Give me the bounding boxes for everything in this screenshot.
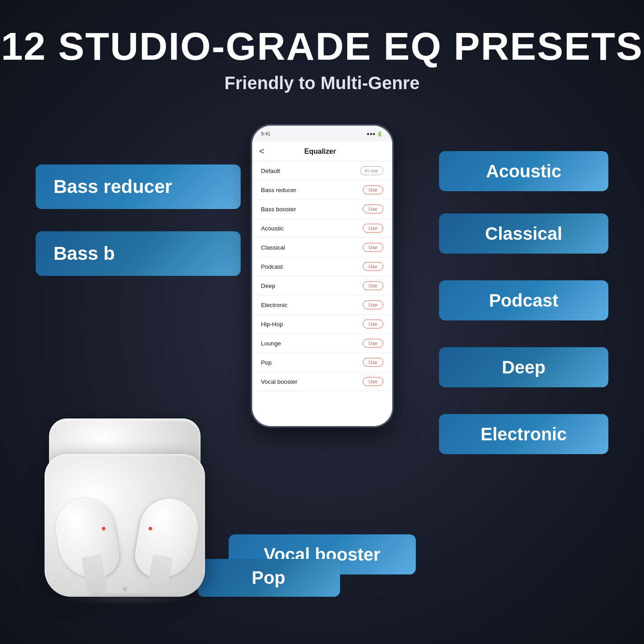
eq-item: PodcastUse — [252, 257, 392, 276]
earbud-left-stem — [81, 554, 108, 597]
label-acoustic: Acoustic — [439, 151, 608, 191]
case-body — [45, 454, 205, 597]
eq-item-name: Deep — [261, 283, 275, 289]
label-electronic: Electronic — [439, 414, 608, 454]
eq-item-name: Acoustic — [261, 225, 284, 232]
eq-list: DefaultIn useBass reducerUseBass booster… — [252, 161, 392, 426]
earbud-left — [51, 494, 122, 583]
earbud-right-stem — [146, 554, 173, 597]
eq-use-button[interactable]: Use — [363, 224, 383, 233]
earbud-left-dot — [102, 526, 106, 530]
earbud-right-dot — [148, 526, 152, 530]
page-title: 12 STUDIO-GRADE EQ PRESETS — [0, 27, 644, 66]
back-button[interactable]: < — [259, 146, 265, 156]
label-bass-reducer: Bass reducer — [36, 164, 241, 209]
label-pop: Pop — [197, 559, 340, 597]
screen-title: Equalizer — [269, 148, 371, 156]
eq-item: DeepUse — [252, 276, 392, 295]
eq-use-button[interactable]: Use — [363, 358, 383, 367]
eq-item-name: Hip-Hop — [261, 321, 283, 328]
eq-use-button[interactable]: Use — [363, 243, 383, 252]
page-subtitle: Friendly to Multi-Genre — [0, 73, 644, 93]
eq-item: ClassicalUse — [252, 238, 392, 257]
eq-item-name: Lounge — [261, 340, 281, 347]
eq-item: DefaultIn use — [252, 161, 392, 180]
eq-item-name: Bass reducer — [261, 187, 297, 193]
label-podcast: Podcast — [439, 280, 608, 320]
eq-use-button[interactable]: Use — [363, 281, 383, 290]
eq-item-name: Bass booster — [261, 206, 296, 213]
earbud-right — [131, 494, 202, 583]
eq-item-name: Pop — [261, 359, 272, 366]
eq-item: ElectronicUse — [252, 295, 392, 315]
page-header: 12 STUDIO-GRADE EQ PRESETS Friendly to M… — [0, 0, 644, 107]
label-deep: Deep — [439, 347, 608, 387]
label-bass-booster: Bass b — [36, 231, 241, 276]
eq-item-name: Podcast — [261, 263, 283, 270]
eq-use-button[interactable]: Use — [363, 300, 383, 309]
eq-item-name: Electronic — [261, 302, 287, 308]
label-classical: Classical — [439, 213, 608, 254]
eq-use-button[interactable]: Use — [363, 205, 383, 213]
eq-item: LoungeUse — [252, 334, 392, 353]
app-screen: < Equalizer DefaultIn useBass reducerUse… — [252, 142, 392, 426]
eq-item-name: Classical — [261, 244, 285, 251]
eq-item-name: Default — [261, 168, 280, 174]
eq-item: PopUse — [252, 353, 392, 372]
eq-use-button[interactable]: In use — [360, 166, 383, 175]
eq-item: Bass boosterUse — [252, 200, 392, 219]
phone-screen: 9:41 ●●● 🔋 < Equalizer DefaultIn useBass… — [252, 126, 392, 426]
eq-use-button[interactable]: Use — [363, 320, 383, 328]
eq-item: AcousticUse — [252, 219, 392, 238]
status-bar: 9:41 ●●● 🔋 — [252, 126, 392, 142]
nav-bar: < Equalizer — [252, 142, 392, 161]
eq-item: Hip-HopUse — [252, 315, 392, 334]
case-indicator-dot — [123, 587, 127, 591]
eq-use-button[interactable]: Use — [363, 262, 383, 271]
eq-item-name: Vocal booster — [261, 378, 298, 385]
eq-use-button[interactable]: Use — [363, 185, 383, 194]
eq-item: Bass reducerUse — [252, 180, 392, 200]
earbuds-reflection — [53, 592, 201, 606]
earbuds — [45, 410, 214, 597]
content-area: Bass reducer Bass b Acoustic Classical P… — [0, 107, 644, 619]
phone-frame: 9:41 ●●● 🔋 < Equalizer DefaultIn useBass… — [251, 124, 394, 427]
phone-mockup: 9:41 ●●● 🔋 < Equalizer DefaultIn useBass… — [251, 124, 394, 427]
eq-use-button[interactable]: Use — [363, 377, 383, 386]
eq-use-button[interactable]: Use — [363, 339, 383, 348]
eq-item: Vocal boosterUse — [252, 372, 392, 391]
